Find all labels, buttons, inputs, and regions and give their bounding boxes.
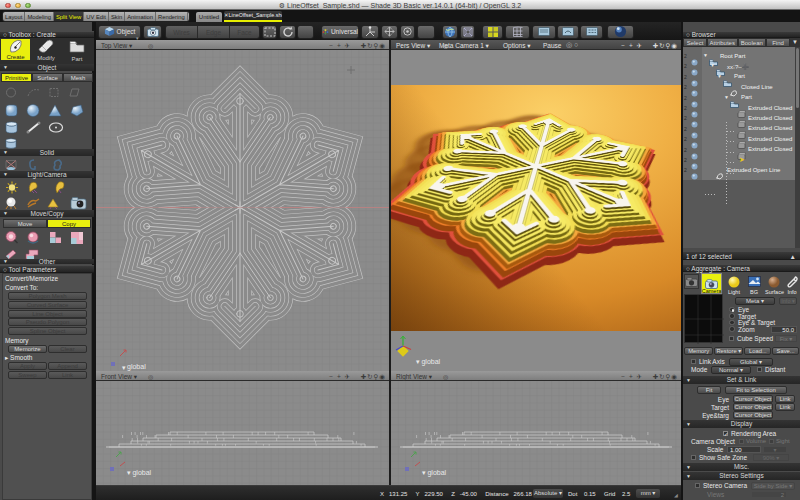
svg-text:▾: ▾ [122,364,126,371]
svg-text:▾ global: ▾ global [127,469,152,477]
svg-text:▾ global: ▾ global [422,469,447,477]
svg-text:global: global [127,363,146,371]
